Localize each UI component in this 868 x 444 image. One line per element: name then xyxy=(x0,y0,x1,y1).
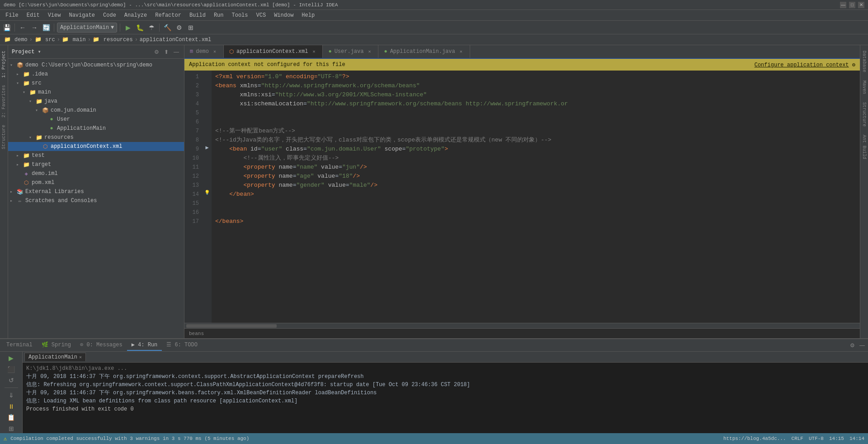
menu-edit[interactable]: Edit xyxy=(23,11,43,19)
build-button[interactable]: 🔨 xyxy=(162,23,172,33)
configure-gear[interactable]: ⚙ xyxy=(852,62,855,68)
run-play-btn[interactable]: ▶ xyxy=(6,354,16,363)
tree-item-resources[interactable]: ▾ 📁 resources xyxy=(8,133,184,142)
terminal-button[interactable]: ⊞ xyxy=(186,23,196,33)
back-button[interactable]: ← xyxy=(18,23,28,33)
status-text: Compilation completed successfully with … xyxy=(10,436,249,441)
breadcrumb-folder-icon: 📁 xyxy=(4,36,11,43)
tree-item-scratches[interactable]: ▸ ✏ Scratches and Consoles xyxy=(8,196,184,205)
breadcrumb-demo[interactable]: demo xyxy=(14,37,28,43)
menu-vcs[interactable]: VCS xyxy=(253,11,270,19)
tab-user-close[interactable]: ✕ xyxy=(366,48,373,55)
menu-analyze[interactable]: Analyze xyxy=(121,11,151,19)
tree-item-extlib[interactable]: ▸ 📚 External Libraries xyxy=(8,187,184,196)
project-settings-btn[interactable]: ⚙ xyxy=(152,48,160,56)
tree-label-package: com.jun.domain xyxy=(51,107,96,113)
tree-arrow: ▸ xyxy=(10,189,16,194)
bottom-settings-btn[interactable]: ⚙ xyxy=(848,341,856,350)
run-settings-btn[interactable]: ⊞ xyxy=(6,424,16,433)
breadcrumb-main[interactable]: main xyxy=(73,37,86,43)
tab-demo-close[interactable]: ✕ xyxy=(212,48,218,55)
run-tab-close[interactable]: ✕ xyxy=(79,354,82,360)
tree-arrow: ▾ xyxy=(29,99,35,104)
close-button[interactable]: ✕ xyxy=(858,2,864,8)
tab-user[interactable]: ● User.java ✕ xyxy=(323,45,378,58)
tree-item-java[interactable]: ▾ 📁 java xyxy=(8,97,184,106)
tab-run[interactable]: ▶ 4: Run xyxy=(127,340,162,351)
run-tab-appmain[interactable]: ApplicationMain ✕ xyxy=(24,353,86,361)
tree-item-main[interactable]: ▾ 📁 main xyxy=(8,88,184,97)
tab-appmain-close[interactable]: ✕ xyxy=(458,48,464,55)
tree-item-src[interactable]: ▾ 📁 src xyxy=(8,79,184,88)
sidebar-tab-database[interactable]: Database xyxy=(861,47,868,76)
menu-code[interactable]: Code xyxy=(99,11,120,19)
tab-appctx-close[interactable]: ✕ xyxy=(311,48,317,55)
run-stop-btn[interactable]: ⬛ xyxy=(6,364,16,373)
tab-appctx[interactable]: ⬡ applicationContext.xml ✕ xyxy=(224,45,323,58)
tree-item-target[interactable]: ▸ 📁 target xyxy=(8,160,184,169)
editor-scrollbar[interactable] xyxy=(184,323,860,328)
forward-button[interactable]: → xyxy=(29,23,39,33)
run-config-selector[interactable]: ApplicationMain ▼ xyxy=(57,23,117,33)
coverage-button[interactable]: ☂ xyxy=(146,23,156,33)
toolbar: 💾 ← → 🔄 ApplicationMain ▼ ▶ 🐛 ☂ 🔨 ⚙ ⊞ xyxy=(0,21,868,34)
activity-favorites[interactable]: 2: Favorites xyxy=(0,81,7,121)
menu-run[interactable]: Run xyxy=(210,11,227,19)
tree-item-appmain[interactable]: ● ApplicationMain xyxy=(8,124,184,133)
tab-appmain[interactable]: ● ApplicationMain.java ✕ xyxy=(378,45,470,58)
run-pause-btn[interactable]: ⏸ xyxy=(6,402,16,411)
editor-scroll-thumb[interactable] xyxy=(186,324,277,328)
run-scroll-btn[interactable]: ⇓ xyxy=(6,391,16,400)
run-rerun-btn[interactable]: ↺ xyxy=(6,376,16,385)
configure-link[interactable]: Configure application context xyxy=(755,62,849,68)
tree-item-test[interactable]: ▸ 📁 test xyxy=(8,151,184,160)
title-controls: — □ ✕ xyxy=(840,2,864,8)
menu-tools[interactable]: Tools xyxy=(228,11,252,19)
menu-build[interactable]: Build xyxy=(186,11,209,19)
tree-item-appctx[interactable]: ⬡ applicationContext.xml xyxy=(8,142,184,151)
tree-item-demo[interactable]: ▾ 📦 demo C:\Users\jun\Documents\spring\d… xyxy=(8,61,184,70)
menu-window[interactable]: Window xyxy=(270,11,297,19)
menu-navigate[interactable]: Navigate xyxy=(65,11,99,19)
project-hide-btn[interactable]: — xyxy=(172,48,180,56)
refresh-button[interactable]: 🔄 xyxy=(41,23,51,33)
tab-todo[interactable]: ☰ 6: TODO xyxy=(162,340,202,351)
sdk-button[interactable]: ⚙ xyxy=(174,23,184,33)
sidebar-tab-maven[interactable]: Maven xyxy=(861,77,868,98)
tab-spring[interactable]: 🌿 Spring xyxy=(37,340,75,351)
sidebar-tab-structure[interactable]: Structure xyxy=(861,99,868,130)
sidebar-tab-antbuild[interactable]: Ant Build xyxy=(861,131,868,163)
code-content[interactable]: <?xml version="1.0" encoding="UTF-8"?> <… xyxy=(212,71,860,323)
menu-refactor[interactable]: Refactor xyxy=(151,11,185,19)
xml-file-icon: ⬡ xyxy=(42,143,49,150)
activity-structure[interactable]: Structure xyxy=(0,121,7,153)
save-button[interactable]: 💾 xyxy=(2,23,12,33)
tree-item-demoiml[interactable]: ◈ demo.iml xyxy=(8,169,184,178)
tab-terminal[interactable]: Terminal xyxy=(2,340,37,351)
breadcrumb-file[interactable]: applicationContext.xml xyxy=(140,37,211,43)
tab-demo[interactable]: m demo ✕ xyxy=(184,45,224,58)
tree-item-pomxml[interactable]: ⬡ pom.xml xyxy=(8,178,184,187)
run-button[interactable]: ▶ xyxy=(123,23,133,33)
tab-messages[interactable]: ⊙ 0: Messages xyxy=(75,340,127,351)
bottom-minimize-btn[interactable]: — xyxy=(858,341,866,350)
tree-item-package[interactable]: ▾ 📦 com.jun.domain xyxy=(8,106,184,115)
console-output: K:\jdk1.8\jdk8\bin\java.exe ... 十月 09, 2… xyxy=(23,363,868,433)
menu-file[interactable]: File xyxy=(2,11,22,19)
breadcrumb-resources[interactable]: resources xyxy=(104,37,133,43)
menu-view[interactable]: View xyxy=(44,11,65,19)
activity-project[interactable]: 1: Project xyxy=(0,47,7,81)
bottom-tabs: Terminal 🌿 Spring ⊙ 0: Messages ▶ 4: Run… xyxy=(0,339,868,352)
project-collapse-btn[interactable]: ⬆ xyxy=(162,48,170,56)
status-crlf[interactable]: CRLF xyxy=(792,436,803,441)
breadcrumb-src[interactable]: src xyxy=(45,37,55,43)
main-area: 1: Project 2: Favorites Structure Projec… xyxy=(0,45,868,338)
tree-item-user[interactable]: ● User xyxy=(8,115,184,124)
menu-help[interactable]: Help xyxy=(298,11,318,19)
status-charset[interactable]: UTF-8 xyxy=(809,436,824,441)
debug-button[interactable]: 🐛 xyxy=(135,23,145,33)
maximize-button[interactable]: □ xyxy=(849,2,855,8)
run-dump-btn[interactable]: 📋 xyxy=(6,413,16,422)
tree-item-idea[interactable]: ▸ 📁 .idea xyxy=(8,70,184,79)
minimize-button[interactable]: — xyxy=(840,2,846,8)
